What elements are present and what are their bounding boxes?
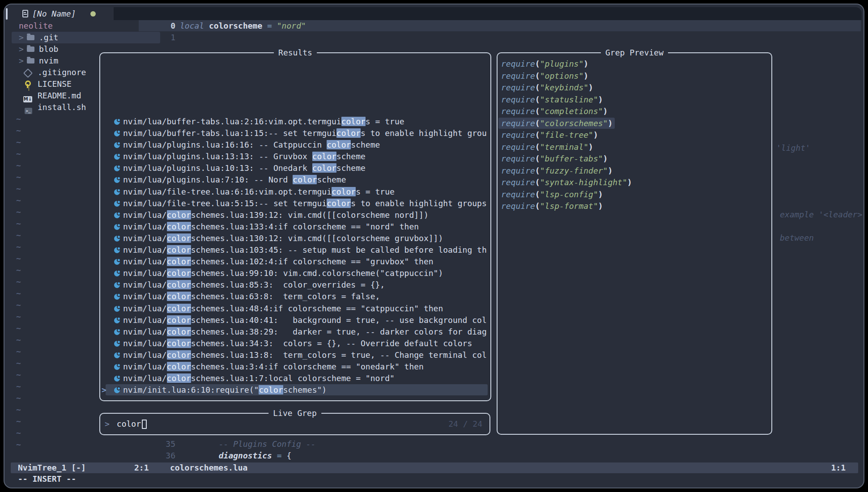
- result-row[interactable]: nvim/lua/colorschemes.lua:34:3: colors =…: [100, 338, 489, 349]
- result-row[interactable]: nvim/lua/colorschemes.lua:1:7:local colo…: [100, 373, 489, 384]
- lua-file-icon: [114, 318, 120, 323]
- match-highlight: color: [167, 350, 191, 360]
- preview-line: require("fuzzy-finder"): [498, 165, 771, 177]
- search-query-text: color: [117, 414, 141, 434]
- mode-indicator: -- INSERT --: [18, 473, 76, 485]
- match-highlight: color: [167, 362, 191, 371]
- file-name: nvim: [39, 55, 58, 67]
- lua-file-icon: [114, 131, 120, 136]
- result-row[interactable]: nvim/lua/colorschemes.lua:85:3: color_ov…: [100, 279, 489, 291]
- result-row[interactable]: nvim/lua/colorschemes.lua:99:10: vim.cmd…: [100, 267, 489, 279]
- result-row[interactable]: nvim/lua/colorschemes.lua:102:4:if color…: [100, 256, 489, 267]
- git-diamond-icon: [23, 69, 32, 76]
- statusline-cursor-position: 2:1: [134, 462, 149, 473]
- match-highlight: color: [167, 245, 191, 254]
- result-text: nvim/lua/colorschemes.lua:130:12: vim.cm…: [123, 233, 443, 243]
- preview-line: require("file-tree"): [498, 129, 771, 141]
- result-counter: 24 / 24: [448, 414, 482, 434]
- editor-buffer-top[interactable]: 0local colorscheme = "nord"1: [139, 20, 541, 43]
- file-tree-item--git[interactable]: >.git: [12, 32, 160, 43]
- result-row[interactable]: nvim/lua/buffer-tabs.lua:1:15:-- set ter…: [100, 127, 489, 139]
- match-highlight: color: [167, 373, 191, 383]
- preview-line: require("keybinds"): [498, 82, 771, 94]
- lua-file-icon: [114, 376, 120, 382]
- match-highlight: color: [327, 140, 351, 149]
- result-text: nvim/lua/colorschemes.lua:133:4:if color…: [123, 222, 419, 231]
- file-tree-root[interactable]: neolite: [12, 20, 160, 32]
- match-highlight: color: [312, 163, 336, 173]
- preview-line-text: require("terminal"): [501, 142, 593, 152]
- result-text: nvim/lua/colorschemes.lua:85:3: color_ov…: [123, 280, 385, 289]
- result-row[interactable]: nvim/lua/plugins.lua:7:10: -- Nord color…: [100, 174, 489, 186]
- match-highlight: color: [293, 175, 317, 184]
- tab-label: [No Name]: [32, 9, 76, 18]
- match-highlight: color: [167, 268, 191, 278]
- background-code-fragment: between: [780, 233, 814, 242]
- result-row[interactable]: >nvim/init.lua:6:10:require("colorscheme…: [100, 384, 489, 396]
- result-row[interactable]: nvim/lua/plugins.lua:10:13: -- Onedark c…: [100, 162, 489, 174]
- result-text: nvim/lua/colorschemes.lua:99:10: vim.cmd…: [123, 268, 443, 278]
- result-row[interactable]: nvim/lua/colorschemes.lua:3:4:if colorsc…: [100, 361, 489, 373]
- grep-preview-panel: Grep Preview require("plugins")require("…: [497, 52, 772, 435]
- chevron-right-icon: >: [19, 43, 25, 55]
- preview-line-text: require("lsp-config"): [501, 190, 603, 199]
- key-icon: [23, 81, 32, 88]
- editor-line[interactable]: 0local colorscheme = "nord": [139, 20, 541, 32]
- preview-line-text: require("completions"): [501, 106, 608, 116]
- line-text: diagnostics = {: [180, 451, 291, 460]
- buffer-tab[interactable]: [No Name]: [22, 7, 114, 20]
- line-number: 36: [139, 450, 175, 462]
- background-code-fragment: 'light': [776, 143, 810, 153]
- result-text: nvim/lua/plugins.lua:7:10: -- Nord color…: [123, 175, 346, 184]
- search-input[interactable]: > color: [105, 414, 147, 434]
- file-name: .git: [39, 32, 58, 43]
- lua-file-icon: [114, 247, 120, 253]
- result-text: nvim/lua/colorschemes.lua:3:4:if colorsc…: [123, 362, 424, 371]
- result-row[interactable]: nvim/lua/colorschemes.lua:133:4:if color…: [100, 221, 489, 233]
- result-row[interactable]: nvim/lua/colorschemes.lua:13:8: term_col…: [100, 349, 489, 361]
- match-highlight: color: [336, 128, 361, 138]
- tabline-background: [114, 7, 862, 20]
- window-accent-bar: [6, 8, 8, 20]
- preview-line: require("buffer-tabs"): [498, 153, 771, 165]
- result-row[interactable]: nvim/lua/plugins.lua:16:16: -- Catppucci…: [100, 139, 489, 151]
- match-highlight: color: [167, 257, 191, 266]
- editor-line[interactable]: 35 -- Plugins Config --: [139, 438, 541, 450]
- editor-line[interactable]: 1: [139, 32, 541, 43]
- preview-line: require("colorschemes"): [498, 118, 771, 130]
- result-row[interactable]: nvim/lua/colorschemes.lua:48:4:if colors…: [100, 303, 489, 314]
- result-row[interactable]: nvim/lua/colorschemes.lua:103:45: -- set…: [100, 244, 489, 256]
- editor-line[interactable]: 36 diagnostics = {: [139, 450, 541, 462]
- terminal-icon: >_: [23, 104, 32, 111]
- result-row[interactable]: nvim/lua/colorschemes.lua:63:8: term_col…: [100, 291, 489, 302]
- document-icon: [22, 10, 28, 17]
- result-text: nvim/lua/colorschemes.lua:48:4:if colors…: [123, 304, 443, 313]
- editor-buffer-bottom[interactable]: 35 -- Plugins Config --36 diagnostics = …: [139, 438, 541, 462]
- chevron-right-icon: >: [19, 32, 25, 43]
- result-row[interactable]: nvim/lua/colorschemes.lua:38:29: darker …: [100, 326, 489, 338]
- folder-icon: [27, 35, 34, 40]
- result-row[interactable]: nvim/lua/colorschemes.lua:130:12: vim.cm…: [100, 233, 489, 244]
- lua-file-icon: [114, 282, 120, 288]
- match-highlight: color: [167, 280, 191, 289]
- result-row[interactable]: nvim/lua/file-tree.lua:6:16:vim.opt.term…: [100, 186, 489, 198]
- lua-file-icon: [114, 142, 120, 148]
- result-row[interactable]: nvim/lua/colorschemes.lua:40:41: backgro…: [100, 314, 489, 326]
- result-text: nvim/lua/plugins.lua:10:13: -- Onedark c…: [123, 163, 366, 173]
- result-text: nvim/lua/colorschemes.lua:38:29: darker …: [123, 327, 487, 336]
- preview-line-text: require("fuzzy-finder"): [501, 166, 613, 175]
- result-row[interactable]: nvim/lua/buffer-tabs.lua:2:16:vim.opt.te…: [100, 116, 489, 127]
- result-text: nvim/init.lua:6:10:require("colorschemes…: [123, 385, 327, 394]
- preview-line: require("syntax-highlight"): [498, 177, 771, 189]
- file-name: .gitignore: [38, 67, 86, 78]
- lua-file-icon: [114, 201, 120, 207]
- result-row[interactable]: nvim/lua/plugins.lua:13:13: -- Gruvbox c…: [100, 151, 489, 162]
- results-panel-title: Results: [274, 47, 317, 58]
- match-highlight: color: [332, 187, 356, 196]
- result-row[interactable]: nvim/lua/file-tree.lua:5:15:-- set termg…: [100, 198, 489, 209]
- match-highlight: color: [167, 327, 191, 336]
- lua-file-icon: [114, 259, 120, 265]
- lua-file-icon: [114, 271, 120, 276]
- result-row[interactable]: nvim/lua/colorschemes.lua:139:12: vim.cm…: [100, 209, 489, 221]
- preview-line-text: require("lsp-format"): [501, 201, 603, 211]
